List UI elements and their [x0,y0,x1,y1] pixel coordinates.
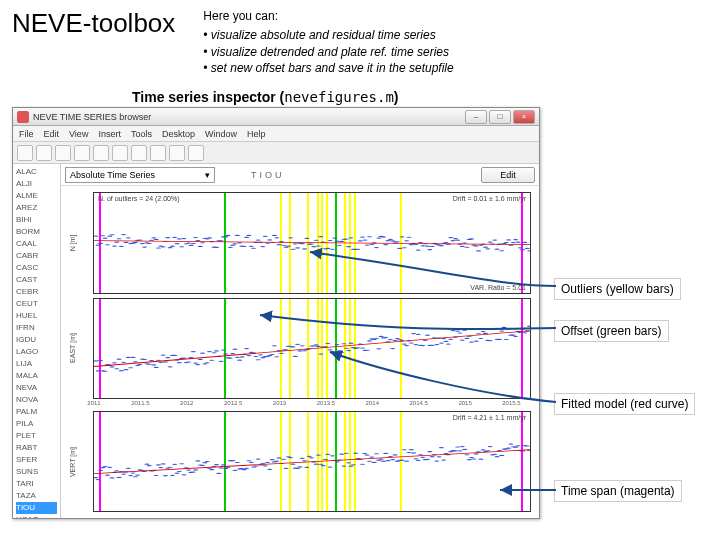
svg-point-410 [167,466,172,467]
station-item[interactable]: CAST [16,274,57,286]
timeseries-plot-vert[interactable]: VERT [m]Drift = 4.21 ± 1.1 mm/yr [93,411,531,512]
svg-point-422 [195,460,200,461]
svg-point-37 [179,246,184,247]
svg-point-374 [522,332,527,333]
svg-point-6 [107,236,112,237]
svg-point-110 [348,237,353,238]
station-item[interactable]: CEUT [16,298,57,310]
station-item[interactable]: NOVA [16,394,57,406]
svg-point-463 [290,463,295,464]
svg-point-283 [311,345,316,346]
svg-point-49 [207,237,212,238]
svg-point-513 [406,452,411,453]
station-item[interactable]: HUEL [16,310,57,322]
tool-rotate-icon[interactable] [112,145,128,161]
station-item[interactable]: CAAL [16,238,57,250]
svg-point-165 [476,250,481,251]
station-item[interactable]: IGDU [16,334,57,346]
page-header: NEVE-toolbox Here you can: • visualize a… [0,0,720,81]
svg-point-336 [434,344,439,345]
tool-legend-icon[interactable] [169,145,185,161]
station-item[interactable]: IFRN [16,322,57,334]
station-item[interactable]: PALM [16,406,57,418]
tool-new-icon[interactable] [17,145,33,161]
tool-colorbar-icon[interactable] [188,145,204,161]
tool-zoom-icon[interactable] [74,145,90,161]
tool-print-icon[interactable] [55,145,71,161]
tool-pan-icon[interactable] [93,145,109,161]
svg-point-516 [413,458,418,459]
tool-cursor-icon[interactable] [131,145,147,161]
series-type-dropdown[interactable]: Absolute Time Series▾ [65,167,215,183]
svg-point-346 [457,332,462,333]
station-item[interactable]: ALME [16,190,57,202]
svg-point-551 [494,456,499,457]
station-item[interactable]: SFER [16,454,57,466]
svg-point-510 [399,459,404,460]
station-item[interactable]: MALA [16,370,57,382]
menu-file[interactable]: File [19,129,34,139]
svg-point-390 [121,473,126,474]
station-item[interactable]: ALAC [16,166,57,178]
svg-point-125 [383,244,388,245]
svg-point-420 [191,471,196,472]
menu-view[interactable]: View [69,129,88,139]
station-item[interactable]: AREZ [16,202,57,214]
svg-point-274 [290,346,295,347]
station-item[interactable]: NEVA [16,382,57,394]
svg-point-306 [365,349,370,350]
svg-point-72 [260,246,265,247]
app-window: NEVE TIME SERIES browser – □ × File Edit… [12,107,540,519]
station-item[interactable]: TARI [16,478,57,490]
svg-point-327 [413,344,418,345]
close-button[interactable]: × [513,110,535,124]
svg-point-316 [388,338,393,339]
menu-tools[interactable]: Tools [131,129,152,139]
svg-point-441 [239,468,244,469]
station-item[interactable]: RABT [16,442,57,454]
station-item[interactable]: CEBR [16,286,57,298]
station-item[interactable]: TAZA [16,490,57,502]
menu-desktop[interactable]: Desktop [162,129,195,139]
timeseries-plot-n[interactable]: N [m]N. of outliers = 24 (2.00%)Drift = … [93,192,531,293]
svg-point-448 [256,458,261,459]
station-item[interactable]: BIHI [16,214,57,226]
svg-point-43 [193,237,198,238]
menu-insert[interactable]: Insert [98,129,121,139]
station-item[interactable]: PLET [16,430,57,442]
station-item[interactable]: UCAD [16,514,57,518]
svg-point-117 [365,245,370,246]
timeseries-plot-east[interactable]: EAST [m]20112011.520122012.520132013.520… [93,298,531,399]
svg-point-376 [527,325,530,326]
svg-point-153 [448,237,453,238]
edit-button[interactable]: Edit [481,167,535,183]
station-list[interactable]: ALACALJIALMEAREZBIHIBORMCAALCABRCASCCAST… [13,164,61,518]
svg-point-295 [339,351,344,352]
window-titlebar[interactable]: NEVE TIME SERIES browser – □ × [13,108,539,126]
station-item[interactable]: SUNS [16,466,57,478]
station-item[interactable]: BORM [16,226,57,238]
menu-window[interactable]: Window [205,129,237,139]
station-item[interactable]: ALJI [16,178,57,190]
tool-save-icon[interactable] [36,145,52,161]
station-item[interactable]: TIOU [16,502,57,514]
svg-point-177 [504,242,509,243]
station-item[interactable]: CABR [16,250,57,262]
minimize-button[interactable]: – [465,110,487,124]
svg-point-7 [109,234,114,235]
station-item[interactable]: PILA [16,418,57,430]
tool-brush-icon[interactable] [150,145,166,161]
svg-point-326 [411,333,416,334]
svg-point-121 [374,247,379,248]
station-item[interactable]: LAGO [16,346,57,358]
maximize-button[interactable]: □ [489,110,511,124]
svg-point-25 [151,237,156,238]
station-item[interactable]: LIJA [16,358,57,370]
svg-point-526 [436,456,441,457]
station-item[interactable]: CASC [16,262,57,274]
menu-edit[interactable]: Edit [44,129,60,139]
svg-point-225 [177,362,182,363]
svg-point-178 [506,240,511,241]
svg-point-557 [508,443,513,444]
menu-help[interactable]: Help [247,129,266,139]
